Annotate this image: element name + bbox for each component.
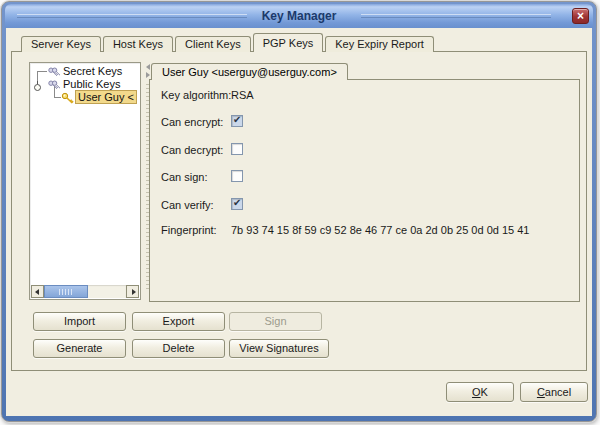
cancel-rest: ancel (545, 386, 571, 398)
scrollbar-track[interactable] (44, 285, 126, 298)
can-encrypt-checkbox[interactable] (231, 115, 243, 127)
can-decrypt-checkbox[interactable] (231, 143, 243, 155)
scrollbar-left-button[interactable] (31, 285, 44, 298)
tree-expand-handle[interactable] (34, 84, 41, 91)
export-button[interactable]: Export (132, 312, 225, 331)
window-title: Key Manager (5, 9, 593, 23)
tree-branch-line (37, 71, 47, 85)
keys-icon (47, 78, 61, 96)
cancel-mnemonic: C (537, 386, 545, 398)
tab-host-keys[interactable]: Host Keys (103, 36, 173, 52)
key-detail-panel: Key algorithm: RSA Can encrypt: Can decr… (149, 79, 580, 302)
scroll-right-icon (132, 289, 136, 295)
dialog-content: Server Keys Host Keys Client Keys PGP Ke… (6, 28, 592, 416)
pgp-keys-panel: Secret Keys Public Keys (11, 51, 587, 371)
tab-pgp-keys[interactable]: PGP Keys (253, 33, 324, 52)
ok-mnemonic: O (472, 386, 481, 398)
can-verify-checkbox[interactable] (231, 198, 243, 210)
fingerprint-value: 7b 93 74 15 8f 59 c9 52 8e 46 77 ce 0a 2… (231, 224, 529, 236)
fingerprint-label: Fingerprint: (161, 224, 217, 236)
import-button[interactable]: Import (33, 312, 126, 331)
divider-expand-icon[interactable] (146, 72, 150, 78)
can-sign-checkbox[interactable] (231, 170, 243, 182)
ok-button[interactable]: OK (446, 382, 514, 402)
can-verify-label: Can verify: (161, 199, 214, 211)
tree-horizontal-scrollbar (31, 285, 139, 298)
sign-button[interactable]: Sign (229, 312, 322, 331)
key-algorithm-label: Key algorithm: (161, 89, 231, 101)
scrollbar-right-button[interactable] (126, 285, 139, 298)
view-signatures-button[interactable]: View Signatures (229, 339, 329, 358)
can-sign-label: Can sign: (161, 171, 207, 183)
scrollbar-thumb[interactable] (44, 285, 88, 298)
scroll-left-icon (35, 289, 39, 295)
tree-item-user-guy[interactable]: User Guy < (75, 90, 137, 104)
tree-item-secret-keys[interactable]: Secret Keys (63, 65, 122, 78)
tab-client-keys[interactable]: Client Keys (175, 36, 251, 52)
key-manager-window: Key Manager × Server Keys Host Keys Clie… (1, 1, 597, 422)
close-button[interactable]: × (572, 8, 589, 24)
close-icon: × (577, 9, 584, 23)
can-decrypt-label: Can decrypt: (161, 144, 223, 156)
key-tree[interactable]: Secret Keys Public Keys (29, 62, 141, 300)
delete-button[interactable]: Delete (132, 339, 225, 358)
can-encrypt-label: Can encrypt: (161, 116, 223, 128)
cancel-button[interactable]: Cancel (520, 382, 588, 402)
key-icon (61, 91, 75, 109)
divider-collapse-icon[interactable] (146, 64, 150, 70)
tab-key-expiry-report[interactable]: Key Expiry Report (325, 36, 434, 52)
ok-rest: K (481, 386, 488, 398)
key-algorithm-value: RSA (231, 89, 254, 101)
tab-server-keys[interactable]: Server Keys (21, 36, 101, 52)
titlebar[interactable]: Key Manager × (5, 4, 593, 28)
main-tabbar: Server Keys Host Keys Client Keys PGP Ke… (21, 33, 436, 52)
tab-user-guy-key[interactable]: User Guy <userguy@userguy.com> (151, 63, 348, 80)
generate-button[interactable]: Generate (33, 339, 126, 358)
